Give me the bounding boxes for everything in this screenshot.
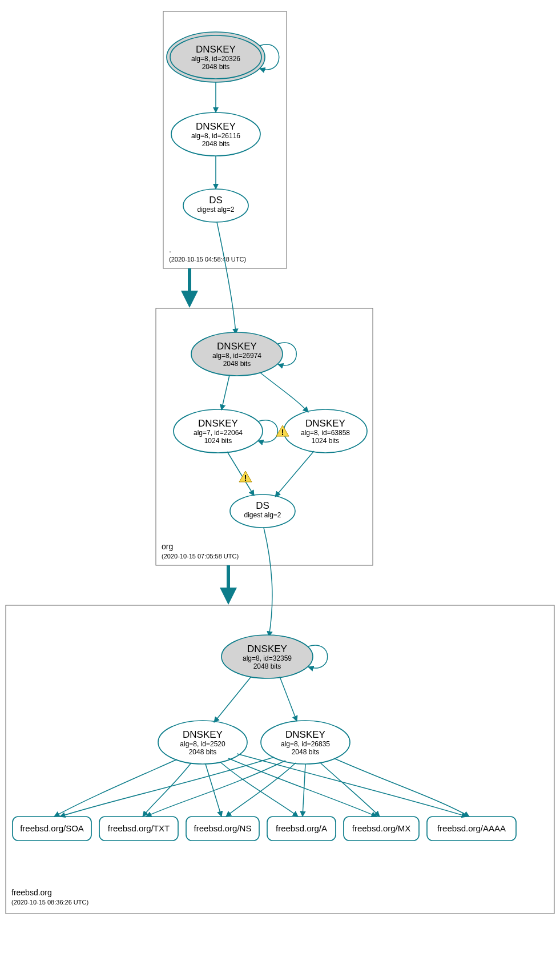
svg-text:freebsd.org/AAAA: freebsd.org/AAAA	[437, 823, 506, 833]
node-fb-zsk-a: DNSKEY alg=8, id=2520 2048 bits	[158, 721, 247, 764]
zone-name-freebsd: freebsd.org	[11, 888, 52, 897]
svg-text:freebsd.org/A: freebsd.org/A	[276, 823, 327, 833]
svg-text:alg=8, id=63858: alg=8, id=63858	[301, 429, 350, 437]
svg-text:alg=8, id=20326: alg=8, id=20326	[191, 55, 240, 63]
svg-text:2048 bits: 2048 bits	[189, 748, 217, 756]
svg-text:alg=7, id=22064: alg=7, id=22064	[194, 429, 243, 437]
node-fb-zsk-b: DNSKEY alg=8, id=26835 2048 bits	[261, 721, 350, 764]
svg-text:2048 bits: 2048 bits	[202, 140, 230, 148]
svg-text:DNSKEY: DNSKEY	[196, 121, 236, 132]
zone-name-root: .	[169, 245, 171, 254]
node-org-ds: DS digest alg=2	[230, 494, 295, 528]
svg-text:2048 bits: 2048 bits	[292, 748, 320, 756]
rrset-soa: freebsd.org/SOA	[13, 817, 91, 841]
edge-rootds-orgksk	[217, 222, 236, 334]
edge-zskb-ns	[226, 763, 296, 817]
rrset-a: freebsd.org/A	[267, 817, 336, 841]
svg-text:digest alg=2: digest alg=2	[197, 206, 234, 214]
rrset-ns: freebsd.org/NS	[186, 817, 259, 841]
svg-text:1024 bits: 1024 bits	[312, 437, 340, 445]
rrset-txt: freebsd.org/TXT	[99, 817, 178, 841]
svg-text:DNSKEY: DNSKEY	[198, 418, 238, 429]
svg-text:freebsd.org/NS: freebsd.org/NS	[194, 823, 252, 833]
svg-text:1024 bits: 1024 bits	[204, 437, 232, 445]
zone-name-org: org	[162, 542, 173, 551]
node-org-zsk-b: DNSKEY alg=8, id=63858 1024 bits	[284, 409, 367, 453]
rrset-mx: freebsd.org/MX	[344, 817, 419, 841]
svg-text:freebsd.org/SOA: freebsd.org/SOA	[20, 823, 84, 833]
node-org-zsk-a: DNSKEY alg=7, id=22064 1024 bits	[174, 409, 263, 453]
svg-text:DNSKEY: DNSKEY	[305, 418, 345, 429]
edge-orgksk-zskb	[260, 372, 308, 412]
node-root-zsk: DNSKEY alg=8, id=26116 2048 bits	[171, 112, 260, 156]
edge-org-zskb-ds	[275, 451, 314, 497]
svg-text:DNSKEY: DNSKEY	[196, 44, 236, 55]
edge-zska-txt	[143, 763, 191, 817]
zone-time-freebsd: (2020-10-15 08:36:26 UTC)	[11, 899, 88, 906]
zone-time-org: (2020-10-15 07:05:58 UTC)	[162, 553, 239, 560]
svg-text:DS: DS	[256, 500, 269, 511]
edge-zska-aaaa	[237, 754, 467, 817]
edge-orgksk-zska	[221, 375, 229, 410]
svg-text:freebsd.org/MX: freebsd.org/MX	[352, 823, 411, 833]
node-fb-ksk: DNSKEY alg=8, id=32359 2048 bits	[221, 635, 313, 678]
edge-fbksk-zskb	[280, 677, 297, 721]
svg-text:2048 bits: 2048 bits	[253, 662, 281, 670]
svg-text:digest alg=2: digest alg=2	[244, 511, 281, 519]
edge-org-zska-ds	[227, 452, 254, 496]
edge-orgds-fbksk	[264, 528, 272, 637]
warning-icon	[239, 471, 252, 482]
node-root-ksk: DNSKEY alg=8, id=20326 2048 bits	[167, 32, 265, 82]
node-root-ds: DS digest alg=2	[183, 189, 248, 222]
svg-text:freebsd.org/TXT: freebsd.org/TXT	[108, 823, 170, 833]
svg-text:DNSKEY: DNSKEY	[285, 729, 325, 740]
svg-text:alg=8, id=32359: alg=8, id=32359	[243, 654, 292, 662]
node-org-ksk: DNSKEY alg=8, id=26974 2048 bits	[191, 332, 283, 376]
svg-text:DS: DS	[209, 195, 223, 206]
edge-fbksk-zska	[214, 677, 251, 722]
svg-text:alg=8, id=26116: alg=8, id=26116	[191, 132, 240, 140]
svg-text:2048 bits: 2048 bits	[202, 63, 230, 71]
zone-time-root: (2020-10-15 04:58:48 UTC)	[169, 256, 246, 263]
svg-text:DNSKEY: DNSKEY	[183, 729, 223, 740]
svg-text:DNSKEY: DNSKEY	[247, 644, 287, 654]
svg-text:alg=8, id=2520: alg=8, id=2520	[180, 740, 225, 748]
svg-text:2048 bits: 2048 bits	[223, 360, 251, 368]
dnssec-diagram: ! . (2020-10-15 04:58:48 UTC) DNSKEY alg…	[0, 0, 560, 965]
svg-text:alg=8, id=26974: alg=8, id=26974	[212, 352, 261, 360]
svg-text:DNSKEY: DNSKEY	[217, 341, 257, 352]
rrset-aaaa: freebsd.org/AAAA	[427, 817, 516, 841]
edge-zska-soa	[54, 759, 177, 817]
svg-text:alg=8, id=26835: alg=8, id=26835	[281, 740, 330, 748]
